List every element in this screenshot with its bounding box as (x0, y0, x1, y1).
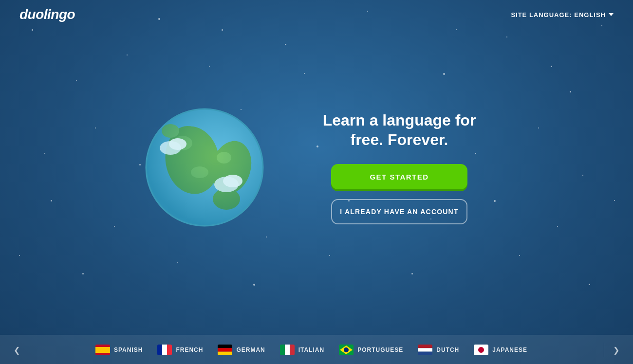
flag-german (218, 345, 232, 355)
language-item-japanese[interactable]: JAPANESE (474, 345, 527, 355)
language-label-dutch: DUTCH (436, 346, 459, 353)
language-label-french: FRENCH (176, 346, 203, 353)
svg-rect-20 (162, 345, 167, 355)
languages-list: SPANISHFRENCHGERMANITALIANPORTUGUESEDUTC… (24, 345, 599, 355)
flag-spanish (95, 345, 110, 355)
language-label-german: GERMAN (236, 346, 265, 353)
svg-point-35 (478, 347, 484, 353)
svg-rect-17 (95, 347, 110, 353)
logo: duolingo (19, 7, 75, 22)
chevron-down-icon (609, 13, 614, 16)
language-label-portuguese: PORTUGUESE (357, 346, 403, 353)
svg-rect-22 (218, 345, 232, 348)
svg-rect-27 (290, 345, 295, 355)
svg-rect-19 (157, 345, 162, 355)
chevron-left-icon (14, 344, 20, 355)
site-language-label: SITE LANGUAGE: ENGLISH (511, 11, 606, 18)
svg-point-12 (169, 138, 186, 150)
svg-rect-26 (285, 345, 290, 355)
language-item-spanish[interactable]: SPANISH (95, 345, 143, 355)
svg-rect-21 (167, 345, 172, 355)
header: duolingo SITE LANGUAGE: ENGLISH (0, 0, 633, 29)
flag-french (157, 345, 172, 355)
svg-rect-24 (218, 351, 232, 355)
svg-rect-18 (95, 353, 110, 355)
language-label-japanese: JAPANESE (492, 346, 527, 353)
main-headline: Learn a language for free. Forever. (307, 110, 492, 149)
divider (604, 343, 604, 357)
svg-rect-16 (95, 345, 110, 347)
site-language-selector[interactable]: SITE LANGUAGE: ENGLISH (511, 11, 614, 18)
flag-italian (280, 345, 295, 355)
globe-illustration (141, 104, 268, 231)
flag-portuguese (339, 345, 354, 355)
svg-point-14 (223, 175, 242, 187)
have-account-button[interactable]: I ALREADY HAVE AN ACCOUNT (331, 199, 467, 224)
language-label-spanish: SPANISH (114, 346, 143, 353)
language-item-italian[interactable]: ITALIAN (280, 345, 324, 355)
svg-rect-25 (280, 345, 285, 355)
svg-rect-32 (418, 348, 432, 351)
next-language-button[interactable] (609, 340, 623, 359)
flag-japanese (474, 345, 488, 355)
language-item-german[interactable]: GERMAN (218, 345, 265, 355)
svg-rect-33 (418, 351, 432, 355)
right-panel: Learn a language for free. Forever. GET … (307, 110, 492, 224)
language-item-dutch[interactable]: DUTCH (418, 345, 459, 355)
language-label-italian: ITALIAN (298, 346, 324, 353)
chevron-right-icon (613, 344, 619, 355)
prev-language-button[interactable] (10, 340, 24, 359)
svg-rect-23 (218, 348, 232, 351)
language-item-french[interactable]: FRENCH (157, 345, 203, 355)
svg-rect-31 (418, 345, 432, 348)
main-content: Learn a language for free. Forever. GET … (0, 0, 633, 335)
get-started-button[interactable]: GET STARTED (331, 164, 467, 189)
footer-language-bar: SPANISHFRENCHGERMANITALIANPORTUGUESEDUTC… (0, 335, 633, 364)
language-item-portuguese[interactable]: PORTUGUESE (339, 345, 403, 355)
flag-dutch (418, 345, 432, 355)
svg-point-30 (344, 347, 349, 352)
